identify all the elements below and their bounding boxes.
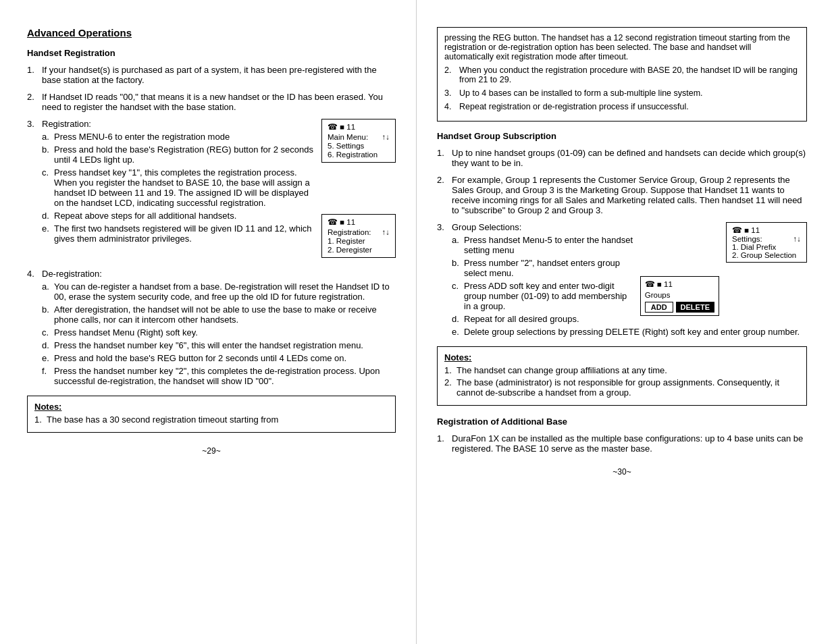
alpha-3d-right: d. Repeat for all desired groups.: [452, 314, 633, 324]
alpha-4d: d. Press the handset number key "6", thi…: [42, 340, 396, 350]
right-page-footer: ~30~: [437, 467, 807, 477]
lcd-box-1: ☎ ■ 11 Main Menu:↑↓ 5. Settings 6. Regis…: [321, 119, 396, 163]
alpha-4e-num: e.: [42, 353, 54, 363]
list-content-4: De-registration: a. You can de-register …: [42, 269, 396, 389]
alpha-3c: c. Press handset key "1", this completes…: [42, 167, 315, 208]
list-item-2: 2. If Handset ID reads "00," that means …: [27, 92, 396, 112]
alpha-3e-right: e. Delete group selections by pressing D…: [452, 327, 807, 337]
additional-base-list: 1. DuraFon 1X can be installed as the mu…: [437, 433, 807, 454]
alpha-4c-num: c.: [42, 327, 54, 338]
groups-buttons-row: ADD DELETE: [645, 302, 714, 313]
list-content-3: Registration: ☎ ■ 11 Main Menu:↑↓ 5. Set…: [42, 119, 396, 262]
lcd1-arrows: ↑↓: [382, 133, 390, 141]
alpha-3d: d. Repeat above steps for all additional…: [42, 211, 315, 221]
list-num-4: 4.: [27, 269, 42, 279]
alpha-3b-right-num: b.: [452, 258, 464, 268]
groups-lcd-phone: ☎ ■ 11: [645, 279, 673, 289]
left-note-1-text: The base has a 30 second registration ti…: [47, 414, 278, 425]
group-list-num-3: 3.: [437, 222, 452, 232]
lcd2-arrows: ↑↓: [382, 228, 390, 236]
right-notes-box: Notes: 1. The handset can change group a…: [437, 346, 807, 406]
additional-base-num-1: 1.: [437, 433, 452, 444]
list-num-3: 3.: [27, 119, 42, 129]
lcd1-menu-label: Main Menu:: [328, 133, 368, 141]
left-note-1-num: 1.: [34, 414, 47, 425]
left-notes-title: Notes:: [34, 402, 388, 412]
list-num-2: 2.: [27, 92, 42, 102]
groups-lcd-label: Groups: [645, 291, 714, 299]
additional-base-heading: Registration of Additional Base: [437, 417, 807, 427]
handset-registration-heading: Handset Registration: [27, 48, 396, 58]
top-box-item-3: 3. Up to 4 bases can be installed to for…: [444, 88, 800, 98]
alpha-3b-content: Press and hold the base's Registration (…: [54, 144, 315, 165]
right-note-2-num: 2.: [444, 377, 457, 398]
alpha-4c-content: Press handset Menu (Right) soft key.: [54, 327, 396, 338]
alpha-3a-right-num: a.: [452, 235, 464, 245]
list-content-1: If your handset(s) is purchased as part …: [42, 65, 396, 85]
list-content-2: If Handset ID reads "00," that means it …: [42, 92, 396, 112]
alpha-3e-right-content: Delete group selections by pressing DELE…: [464, 327, 807, 337]
left-page-footer: ~29~: [27, 446, 396, 456]
alpha-3e: e. The first two handsets registered wil…: [42, 223, 315, 244]
alpha-4f-num: f.: [42, 366, 54, 376]
list-item-4: 4. De-registration: a. You can de-regist…: [27, 269, 396, 389]
alpha-3b-right: b. Press number "2", handset enters grou…: [452, 258, 633, 278]
lcd2-item1: 1. Register: [328, 237, 390, 245]
group-list-item-3: 3. Group Selections: ☎ ■ 11 Settings: ↑↓…: [437, 222, 807, 340]
lcd2-item2: 2. Deregister: [328, 246, 390, 254]
alpha-4a-content: You can de-register a handset from a bas…: [54, 281, 396, 302]
delete-button[interactable]: DELETE: [676, 302, 714, 313]
alpha-3a: a. Press MENU-6 to enter the registratio…: [42, 132, 315, 142]
right-column: pressing the REG button. The handset has…: [417, 0, 834, 644]
right-notes-title: Notes:: [444, 352, 800, 363]
settings-lcd-item1: 1. Dial Prefix: [732, 243, 801, 251]
settings-lcd-item2: 2. Group Selection: [732, 251, 801, 259]
top-box-item-4: 4. Repeat registration or de-registratio…: [444, 102, 800, 111]
top-box-item-3-num: 3.: [444, 88, 459, 98]
alpha-3a-num: a.: [42, 132, 54, 142]
list-4-text: De-registration:: [42, 269, 102, 279]
alpha-3d-num: d.: [42, 211, 54, 221]
right-note-2: 2. The base (administrator) is not respo…: [444, 377, 800, 398]
alpha-4f: f. Press the handset number key "2", thi…: [42, 366, 396, 386]
left-note-1: 1. The base has a 30 second registration…: [34, 414, 388, 425]
right-top-box: pressing the REG button. The handset has…: [437, 27, 807, 122]
alpha-4c: c. Press handset Menu (Right) soft key.: [42, 327, 396, 338]
alpha-3e-right-num: e.: [452, 327, 464, 337]
top-box-item-2: 2. When you conduct the registration pro…: [444, 65, 800, 84]
settings-lcd: ☎ ■ 11 Settings: ↑↓ 1. Dial Prefix 2. Gr…: [726, 222, 807, 263]
group-list-num-2: 2.: [437, 175, 452, 185]
registration-list: 1. If your handset(s) is purchased as pa…: [27, 65, 396, 389]
additional-base-content-1: DuraFon 1X can be installed as the multi…: [452, 433, 807, 454]
group-list-3-text: Group Selections:: [452, 222, 521, 232]
alpha-3a-content: Press MENU-6 to enter the registration m…: [54, 132, 315, 142]
lcd-box-2: ☎ ■ 11 Registration:↑↓ 1. Register 2. De…: [321, 214, 396, 258]
alpha-3a-right-content: Press handset Menu-5 to enter the handse…: [464, 235, 633, 255]
alpha-4b-num: b.: [42, 304, 54, 315]
right-note-2-text: The base (administrator) is not responsi…: [457, 377, 800, 398]
groups-lcd: ☎ ■ 11 Groups ADD DELETE: [640, 276, 719, 316]
alpha-3e-num: e.: [42, 223, 54, 234]
alpha-3c-right: c. Press ADD soft key and enter two-digi…: [452, 281, 633, 311]
settings-lcd-phone: ☎ ■ 11: [732, 225, 760, 235]
alpha-4e-content: Press and hold the base's REG button for…: [54, 353, 396, 363]
alpha-3d-content: Repeat above steps for all additional ha…: [54, 211, 315, 221]
list-3-text: Registration:: [42, 119, 91, 129]
top-box-text0: pressing the REG button. The handset has…: [444, 33, 800, 61]
alpha-3b-right-content: Press number "2", handset enters group s…: [464, 258, 633, 278]
alpha-4a: a. You can de-register a handset from a …: [42, 281, 396, 302]
alpha-4b-content: After deregistration, the handset will n…: [54, 304, 396, 325]
lcd2-menu-label: Registration:: [328, 228, 371, 236]
alpha-4e: e. Press and hold the base's REG button …: [42, 353, 396, 363]
alpha-3c-num: c.: [42, 167, 54, 178]
page-title: Advanced Operations: [27, 27, 396, 38]
alpha-4f-content: Press the handset number key "2", this c…: [54, 366, 396, 386]
add-button[interactable]: ADD: [645, 302, 673, 313]
left-notes-box: Notes: 1. The base has a 30 second regis…: [27, 396, 396, 433]
alpha-4d-content: Press the handset number key "6", this w…: [54, 340, 396, 350]
top-box-item-3-text: Up to 4 bases can be installed to form a…: [459, 88, 800, 98]
list-item-1: 1. If your handset(s) is purchased as pa…: [27, 65, 396, 85]
page-container: Advanced Operations Handset Registration…: [0, 0, 834, 644]
group-subscription-list: 1. Up to nine handset groups (01-09) can…: [437, 148, 807, 340]
alpha-3c-right-num: c.: [452, 281, 464, 291]
